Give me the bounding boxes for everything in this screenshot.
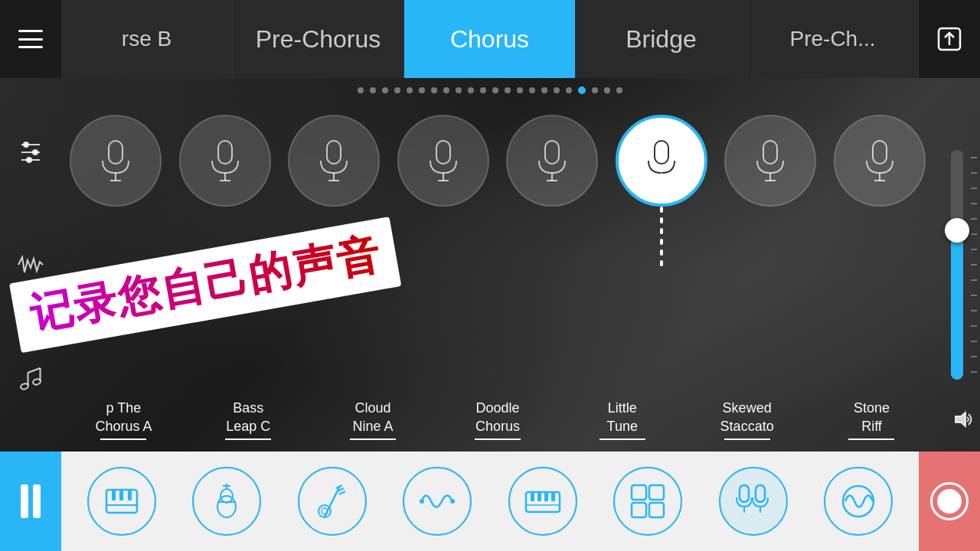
share-button[interactable] [919, 0, 980, 78]
dot-8 [443, 87, 449, 93]
svg-point-55 [450, 499, 455, 504]
pause-button[interactable] [0, 452, 61, 551]
svg-rect-68 [756, 485, 765, 502]
svg-rect-28 [655, 141, 668, 164]
dot-17 [554, 87, 560, 93]
dot-15 [529, 87, 535, 93]
svg-rect-64 [632, 503, 646, 517]
mic-8[interactable] [834, 115, 926, 207]
piano-button[interactable] [87, 467, 156, 536]
keyboard-button[interactable] [508, 467, 577, 536]
top-navigation: rse B Pre-Chorus Chorus Bridge Pre-Ch... [0, 0, 980, 78]
bottom-bar [0, 452, 980, 551]
tab-chorus[interactable]: Chorus [404, 0, 576, 78]
svg-point-5 [33, 150, 38, 155]
hamburger-menu[interactable] [0, 0, 61, 78]
mic-1[interactable] [70, 115, 162, 207]
svg-rect-42 [128, 490, 132, 500]
synth-button[interactable] [403, 467, 472, 536]
dot-14 [517, 87, 523, 93]
dot-1 [358, 87, 364, 93]
hamburger-icon [18, 30, 43, 48]
svg-rect-40 [112, 490, 116, 500]
pause-icon [21, 484, 41, 518]
volume-slider[interactable] [934, 78, 980, 452]
mic-circles-row [61, 115, 934, 207]
dual-mic-button[interactable] [719, 467, 788, 536]
svg-line-53 [339, 491, 345, 494]
track-name-3[interactable]: Cloud Nine A [327, 399, 419, 440]
track-name-1[interactable]: p The Chorus A [77, 399, 169, 440]
svg-point-7 [27, 158, 31, 162]
record-icon [930, 482, 969, 520]
svg-point-43 [217, 496, 236, 517]
tab-verse-b[interactable]: rse B [61, 0, 233, 78]
svg-rect-63 [649, 485, 664, 500]
svg-rect-34 [873, 141, 887, 164]
dot-4 [394, 87, 400, 93]
tab-pre-chorus[interactable]: Pre-Chorus [233, 0, 404, 78]
notes-button[interactable] [11, 360, 50, 398]
svg-rect-22 [436, 141, 450, 164]
svg-point-3 [24, 142, 28, 147]
mic-4[interactable] [397, 115, 489, 207]
drumpad-button[interactable] [613, 467, 682, 536]
svg-rect-62 [632, 485, 646, 500]
dot-21 [604, 87, 610, 93]
svg-line-12 [28, 368, 41, 373]
guitar-button[interactable] [298, 467, 367, 536]
strings-button[interactable] [192, 467, 261, 536]
dot-16 [541, 87, 547, 93]
svg-rect-59 [537, 492, 541, 501]
track-name-2[interactable]: Bass Leap C [202, 399, 294, 440]
track-name-4[interactable]: Doodle Chorus [452, 399, 544, 440]
progress-dots [0, 83, 980, 98]
mic-2[interactable] [179, 115, 271, 207]
dot-active [578, 86, 586, 94]
svg-rect-19 [327, 141, 341, 164]
dot-5 [407, 87, 413, 93]
dot-22 [616, 87, 622, 93]
svg-rect-58 [531, 492, 534, 501]
dot-2 [370, 87, 376, 93]
dot-10 [468, 87, 474, 93]
svg-point-54 [420, 499, 424, 504]
svg-rect-16 [218, 141, 232, 164]
svg-point-70 [843, 486, 874, 517]
track-name-5[interactable]: Little Tune [577, 399, 668, 440]
svg-rect-13 [109, 141, 122, 164]
left-controls [0, 78, 61, 452]
mixer-button[interactable] [11, 132, 50, 170]
svg-rect-31 [763, 141, 777, 164]
dot-11 [480, 87, 486, 93]
track-name-7[interactable]: Stone Riff [825, 399, 917, 440]
svg-rect-61 [551, 492, 555, 501]
mic-3[interactable] [288, 115, 380, 207]
svg-rect-66 [740, 485, 749, 502]
record-button[interactable] [919, 452, 980, 551]
svg-rect-65 [649, 503, 664, 517]
track-names-row: p The Chorus A Bass Leap C Cloud Nine A … [61, 399, 934, 440]
volume-icon[interactable] [954, 411, 974, 432]
svg-rect-25 [545, 141, 559, 164]
dot-18 [566, 87, 572, 93]
tab-pre-chorus-2[interactable]: Pre-Ch... [747, 0, 919, 78]
mic-5[interactable] [506, 115, 598, 207]
selected-mic-indicator [660, 207, 663, 266]
instrument-buttons [61, 452, 919, 551]
tab-bridge[interactable]: Bridge [576, 0, 747, 78]
mic-6-selected[interactable] [616, 115, 707, 207]
svg-rect-41 [119, 490, 123, 500]
mic-7[interactable] [724, 115, 816, 207]
dot-13 [505, 87, 511, 93]
dot-9 [456, 87, 462, 93]
dot-12 [492, 87, 498, 93]
dot-7 [431, 87, 437, 93]
dot-20 [592, 87, 598, 93]
svg-marker-37 [956, 412, 965, 426]
oscillator-button[interactable] [824, 467, 893, 536]
track-name-6[interactable]: Skewed Staccato [701, 399, 793, 440]
dot-3 [382, 87, 388, 93]
dot-6 [419, 87, 425, 93]
svg-rect-60 [544, 492, 548, 501]
